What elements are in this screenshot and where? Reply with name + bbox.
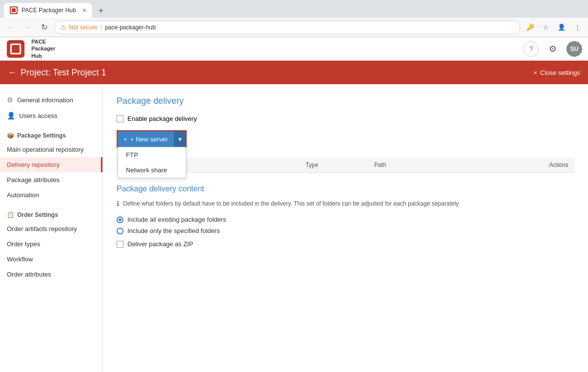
sidebar-section-package-settings: 📦 Package Settings Main operational repo…	[0, 125, 102, 205]
delivery-content-title: Package delivery content	[117, 185, 574, 193]
profile-icon[interactable]: 👤	[555, 21, 568, 34]
browser-window: PACE Packager Hub × + ← → ↻ ⚠ Not secure…	[0, 0, 588, 372]
enable-delivery-label: Enable package delivery	[127, 115, 197, 122]
package-section-icon: 📦	[7, 132, 14, 139]
radio-row-all-folders[interactable]: Include all existing package folders	[117, 216, 574, 223]
back-button[interactable]: ←	[4, 21, 18, 34]
address-actions: 🔑 ☆ 👤 ⋮	[523, 21, 584, 34]
info-icon: ℹ	[117, 200, 119, 208]
radio-row-specified-folders[interactable]: Include only the specified folders	[117, 227, 574, 234]
radio-group-folders: Include all existing package folders Inc…	[117, 216, 574, 234]
user-avatar[interactable]: SU	[566, 41, 582, 57]
sidebar-item-label: Automation	[7, 191, 39, 199]
enable-delivery-checkbox[interactable]	[117, 116, 123, 122]
sidebar-item-label: Package attributes	[7, 176, 60, 184]
sidebar-item-workflow[interactable]: Workflow	[0, 252, 102, 267]
back-arrow-icon: ←	[8, 68, 17, 78]
dropdown-item-ftp[interactable]: FTP	[118, 147, 186, 163]
new-server-button-group: + + New server ▾	[118, 131, 186, 147]
sidebar-item-label: Workflow	[7, 256, 33, 263]
user-icon: 👤	[7, 112, 15, 119]
tab-title: PACE Packager Hub	[22, 7, 78, 14]
server-type-dropdown-menu: FTP Network share	[118, 147, 186, 178]
close-x-icon: ×	[534, 69, 538, 76]
address-bar: ← → ↻ ⚠ Not secure | pace-packager-hub 🔑…	[0, 18, 588, 37]
security-label: Not secure	[69, 24, 98, 31]
new-server-button[interactable]: + + New server	[118, 131, 174, 147]
sidebar-item-label: Main operational repository	[7, 146, 84, 153]
new-server-dropdown-container: + + New server ▾ FTP Network share	[117, 130, 187, 148]
menu-icon[interactable]: ⋮	[570, 21, 584, 34]
bookmark-icon[interactable]: ☆	[539, 21, 553, 34]
radio-all-folders[interactable]	[117, 216, 123, 223]
content-area: Package delivery Enable package delivery…	[103, 84, 588, 372]
info-text: Define what folders by default have to b…	[123, 199, 459, 208]
dropdown-arrow-icon: ▾	[178, 136, 182, 143]
logo-inner	[10, 44, 21, 54]
sidebar-item-label: Delivery repository	[7, 161, 60, 168]
radio-specified-folders[interactable]	[117, 228, 123, 234]
app-container: PACE Packager Hub ? ⚙ SU ← Project: Test…	[0, 37, 588, 372]
refresh-button[interactable]: ↻	[37, 21, 51, 34]
page-title: Package delivery	[117, 96, 574, 106]
settings-icon-button[interactable]: ⚙	[545, 41, 561, 57]
address-separator: |	[100, 24, 102, 31]
tab-close-icon[interactable]: ×	[82, 6, 86, 14]
radio-all-folders-label: Include all existing package folders	[127, 216, 226, 223]
table-header-actions: Actions	[506, 158, 574, 173]
new-server-label: + New server	[130, 136, 168, 143]
sidebar-item-order-types[interactable]: Order types	[0, 236, 102, 252]
sidebar-item-label: Order attributes	[7, 271, 51, 278]
gear-icon: ⚙	[7, 96, 13, 104]
sidebar-item-order-attributes[interactable]: Order attributes	[0, 267, 102, 282]
sidebar-item-automation[interactable]: Automation	[0, 187, 102, 203]
sidebar-item-label: General information	[17, 96, 73, 104]
sidebar: ⚙ General information 👤 Users access 📦 P…	[0, 84, 103, 372]
sidebar-item-main-operational-repo[interactable]: Main operational repository	[0, 142, 102, 157]
address-url: pace-packager-hub	[105, 24, 155, 31]
new-server-dropdown-arrow[interactable]: ▾	[174, 131, 186, 147]
radio-specified-folders-label: Include only the specified folders	[127, 227, 220, 234]
close-settings-button[interactable]: × Close settings	[534, 69, 580, 76]
project-header: ← Project: Test Project 1 × Close settin…	[0, 61, 588, 84]
app-logo-text: PACE Packager Hub	[31, 38, 55, 59]
sidebar-item-package-attributes[interactable]: Package attributes	[0, 172, 102, 187]
close-settings-label: Close settings	[540, 69, 580, 76]
help-button[interactable]: ?	[523, 41, 539, 57]
app-header: PACE Packager Hub ? ⚙ SU	[0, 37, 588, 61]
main-layout: ⚙ General information 👤 Users access 📦 P…	[0, 84, 588, 372]
deliver-zip-checkbox[interactable]	[117, 241, 123, 248]
sidebar-item-label: Users access	[19, 112, 57, 119]
back-to-projects[interactable]: ←	[8, 68, 17, 78]
security-warning-icon: ⚠	[60, 23, 66, 31]
new-tab-button[interactable]: +	[94, 4, 108, 18]
sidebar-item-label: Order types	[7, 240, 40, 248]
sidebar-item-order-artifacts[interactable]: Order artifacts repository	[0, 221, 102, 236]
order-section-icon: 📋	[7, 211, 14, 218]
sidebar-item-general-information[interactable]: ⚙ General information	[0, 92, 102, 108]
delivery-content-section: Package delivery content ℹ Define what f…	[117, 185, 574, 248]
project-title: Project: Test Project 1	[21, 68, 106, 78]
sidebar-section-title-package: 📦 Package Settings	[0, 129, 102, 142]
app-logo	[6, 39, 25, 59]
tab-bar: PACE Packager Hub × +	[0, 0, 588, 18]
deliver-zip-row: Deliver package as ZIP	[117, 240, 574, 248]
plus-icon: +	[123, 136, 127, 143]
sidebar-section-title-order: 📋 Order Settings	[0, 209, 102, 221]
address-field[interactable]: ⚠ Not secure | pace-packager-hub	[54, 21, 520, 34]
browser-tab[interactable]: PACE Packager Hub ×	[4, 3, 92, 18]
sidebar-item-delivery-repository[interactable]: Delivery repository	[0, 157, 102, 172]
dropdown-item-network-share[interactable]: Network share	[118, 163, 186, 178]
table-header-type: Type	[300, 158, 368, 173]
key-icon[interactable]: 🔑	[523, 21, 537, 34]
sidebar-item-label: Order artifacts repository	[7, 225, 77, 232]
sidebar-section-order-settings: 📋 Order Settings Order artifacts reposit…	[0, 205, 102, 284]
info-row: ℹ Define what folders by default have to…	[117, 199, 574, 208]
sidebar-item-users-access[interactable]: 👤 Users access	[0, 108, 102, 123]
enable-package-delivery-row: Enable package delivery	[117, 115, 574, 122]
forward-button[interactable]: →	[21, 21, 34, 34]
tab-favicon	[10, 6, 18, 14]
logo-box	[7, 40, 24, 58]
sidebar-section-general: ⚙ General information 👤 Users access	[0, 88, 102, 125]
deliver-zip-label: Deliver package as ZIP	[127, 240, 193, 248]
